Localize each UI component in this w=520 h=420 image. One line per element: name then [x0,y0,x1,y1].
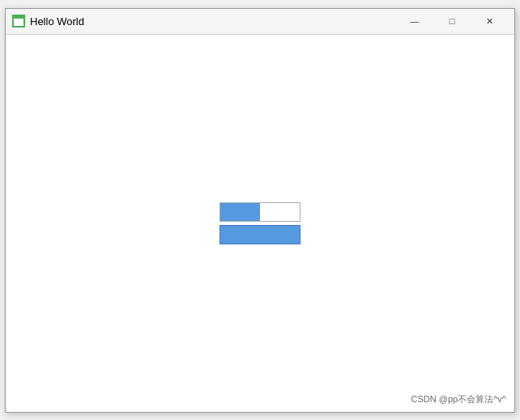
window-body: CSDN @pp不会算法^v^ [6,35,514,412]
window-title: Hello World [30,15,396,28]
titlebar: Hello World — □ ✕ [6,9,514,35]
watermark: CSDN @pp不会算法^v^ [411,393,506,405]
progress-fill [220,203,260,221]
app-icon [12,15,25,28]
button-row [220,225,300,244]
progress-empty [260,203,300,221]
main-window: Hello World — □ ✕ CSDN @pp不会算法^v^ [5,8,515,413]
content-area [6,35,514,412]
minimize-button[interactable]: — [396,8,433,34]
blue-button[interactable] [220,225,300,244]
svg-rect-2 [14,16,23,19]
close-button[interactable]: ✕ [471,8,508,34]
progress-bar [220,202,300,222]
window-controls: — □ ✕ [396,8,508,34]
maximize-button[interactable]: □ [433,8,471,34]
widgets-container [220,202,300,244]
